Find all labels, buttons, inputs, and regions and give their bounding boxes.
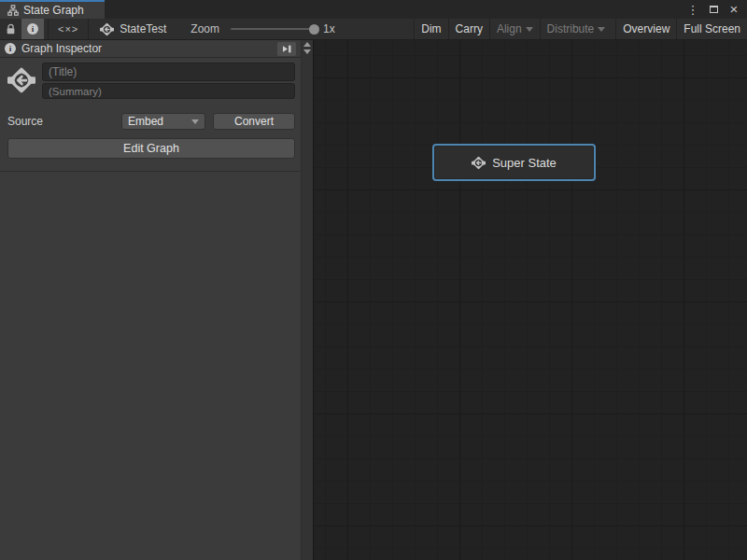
distribute-button[interactable]: Distribute bbox=[540, 19, 613, 39]
chevron-down-icon bbox=[598, 27, 605, 32]
lock-button[interactable] bbox=[0, 19, 21, 39]
graph-canvas[interactable]: Super State bbox=[313, 40, 747, 560]
tab-bar-empty bbox=[105, 0, 680, 19]
state-graph-icon-large bbox=[7, 66, 35, 94]
convert-button-label: Convert bbox=[234, 115, 274, 128]
inspector-toggle-button[interactable]: i bbox=[21, 19, 44, 39]
dim-button[interactable]: Dim bbox=[414, 19, 447, 39]
convert-button[interactable]: Convert bbox=[213, 113, 295, 130]
dock-right-icon bbox=[282, 45, 292, 53]
close-icon[interactable]: × bbox=[726, 2, 741, 17]
zoom-value-label: 1x bbox=[323, 22, 335, 35]
graph-toolbar: i <×> StateTest Zoom bbox=[0, 19, 747, 40]
graph-inspector-panel: i Graph Inspector bbox=[0, 40, 313, 560]
edit-graph-button[interactable]: Edit Graph bbox=[7, 138, 295, 159]
edit-graph-button-label: Edit Graph bbox=[123, 142, 179, 155]
dim-button-label: Dim bbox=[421, 22, 441, 35]
tab-state-graph[interactable]: State Graph bbox=[0, 0, 105, 19]
source-dropdown[interactable]: Embed bbox=[121, 113, 205, 130]
source-row: Source Embed Convert bbox=[7, 113, 295, 130]
info-icon: i bbox=[27, 23, 38, 35]
code-view-button[interactable]: <×> bbox=[52, 19, 84, 39]
inspector-title: Graph Inspector bbox=[21, 42, 272, 55]
graph-name-label: StateTest bbox=[120, 22, 166, 35]
overview-button[interactable]: Overview bbox=[615, 19, 676, 39]
zoom-slider[interactable] bbox=[231, 28, 315, 30]
chevron-down-icon bbox=[191, 119, 199, 124]
scroll-up-icon[interactable] bbox=[303, 42, 311, 47]
carry-button[interactable]: Carry bbox=[448, 19, 489, 39]
toolbar-right-group: Dim Carry Align Distribute Overview Full… bbox=[414, 19, 747, 39]
state-graph-window: State Graph ⋮ × i <×> bbox=[0, 0, 747, 560]
full-screen-button-label: Full Screen bbox=[684, 22, 740, 35]
graph-fields bbox=[42, 63, 295, 99]
overview-button-label: Overview bbox=[623, 22, 669, 35]
main-content: i Graph Inspector bbox=[0, 40, 747, 560]
scroll-down-icon[interactable] bbox=[303, 49, 311, 54]
source-label: Source bbox=[7, 115, 121, 128]
toolbar-left-group: i <×> StateTest Zoom bbox=[0, 19, 335, 39]
window-controls: ⋮ × bbox=[680, 0, 747, 19]
align-button-label: Align bbox=[497, 22, 522, 35]
graph-identity-row bbox=[7, 63, 295, 99]
tab-bar: State Graph ⋮ × bbox=[0, 0, 747, 19]
inspector-header: i Graph Inspector bbox=[0, 40, 301, 58]
dock-panel-button[interactable] bbox=[277, 42, 296, 56]
maximize-icon[interactable] bbox=[706, 2, 721, 17]
maximize-glyph bbox=[710, 6, 718, 13]
zoom-slider-handle[interactable] bbox=[309, 24, 319, 35]
state-graph-icon bbox=[100, 22, 114, 36]
info-icon: i bbox=[5, 43, 16, 54]
align-button[interactable]: Align bbox=[489, 19, 540, 39]
graph-title-input[interactable] bbox=[42, 63, 295, 81]
graph-hierarchy-icon bbox=[7, 5, 19, 16]
graph-summary-input[interactable] bbox=[42, 83, 295, 99]
zoom-control: Zoom 1x bbox=[190, 22, 334, 35]
tab-label: State Graph bbox=[23, 4, 84, 17]
code-view-icon: <×> bbox=[58, 23, 78, 35]
source-dropdown-value: Embed bbox=[128, 115, 163, 128]
lock-icon bbox=[6, 23, 16, 35]
full-screen-button[interactable]: Full Screen bbox=[676, 19, 747, 39]
toolbar-separator bbox=[48, 19, 49, 39]
zoom-label: Zoom bbox=[190, 22, 219, 35]
toolbar-separator bbox=[88, 19, 89, 39]
super-state-node[interactable]: Super State bbox=[432, 144, 596, 181]
chevron-down-icon bbox=[526, 27, 533, 32]
distribute-button-label: Distribute bbox=[547, 22, 595, 35]
state-graph-icon bbox=[472, 156, 486, 170]
inspector-divider bbox=[0, 171, 301, 172]
inspector-scrollbar[interactable] bbox=[301, 40, 313, 560]
inspector-main: i Graph Inspector bbox=[0, 40, 301, 560]
inspector-body: Source Embed Convert Edit Graph bbox=[0, 58, 301, 172]
graph-breadcrumb[interactable]: StateTest bbox=[92, 22, 174, 36]
window-menu-icon[interactable]: ⋮ bbox=[685, 2, 700, 17]
carry-button-label: Carry bbox=[456, 22, 483, 35]
node-label: Super State bbox=[492, 156, 557, 170]
